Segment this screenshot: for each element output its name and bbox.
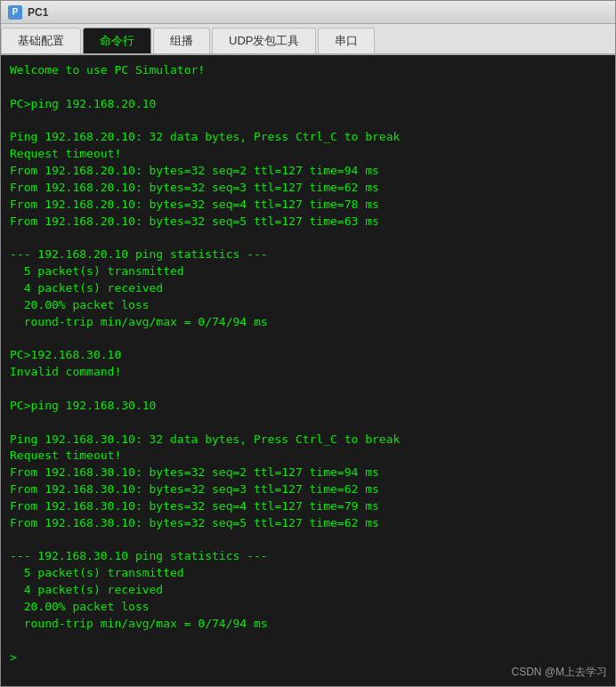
- tab-serial[interactable]: 串口: [318, 28, 375, 53]
- title-bar: P PC1: [1, 1, 615, 24]
- window-icon: P: [8, 5, 22, 20]
- tab-multicast[interactable]: 组播: [153, 28, 210, 53]
- terminal-text: Welcome to use PC Simulator! PC>ping 192…: [10, 62, 606, 666]
- tab-bar: 基础配置 命令行 组播 UDP发包工具 串口: [1, 24, 615, 55]
- terminal-output[interactable]: Welcome to use PC Simulator! PC>ping 192…: [1, 55, 615, 686]
- window-title: PC1: [28, 6, 48, 19]
- main-window: P PC1 基础配置 命令行 组播 UDP发包工具 串口 Welcome to …: [0, 0, 616, 687]
- tab-command-line[interactable]: 命令行: [83, 28, 151, 53]
- tab-basic-config[interactable]: 基础配置: [1, 28, 81, 53]
- tab-udp-tool[interactable]: UDP发包工具: [212, 28, 316, 53]
- watermark: CSDN @M上去学习: [511, 665, 607, 680]
